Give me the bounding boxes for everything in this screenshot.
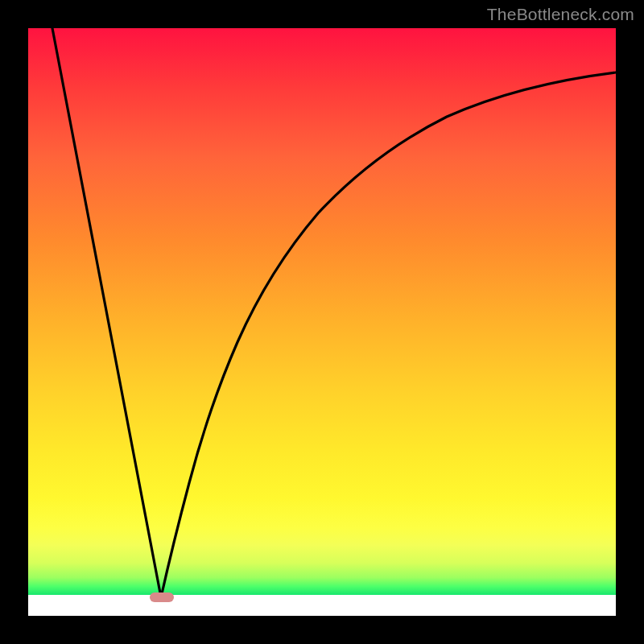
- minimum-marker-pill: [150, 592, 174, 602]
- curve-right-segment: [161, 72, 616, 597]
- plot-area: [28, 28, 616, 616]
- chart-curve: [28, 28, 616, 616]
- watermark-text: TheBottleneck.com: [487, 5, 634, 24]
- chart-container: TheBottleneck.com: [0, 0, 644, 644]
- curve-left-segment: [52, 28, 161, 597]
